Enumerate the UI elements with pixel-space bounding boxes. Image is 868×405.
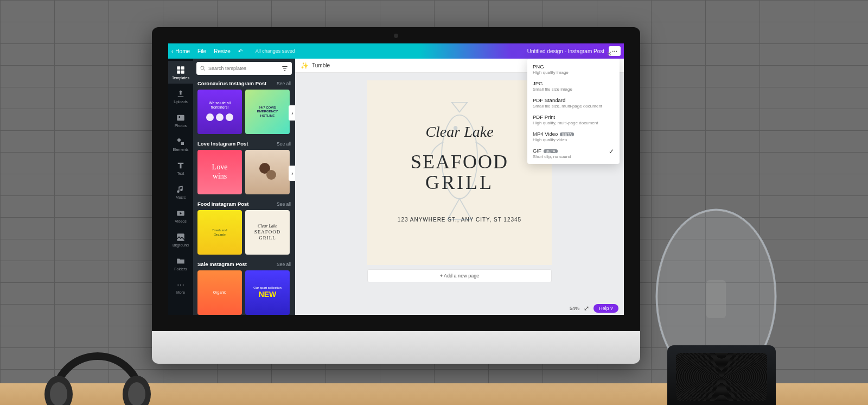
export-option-mp4[interactable]: MP4 VideoBETAHigh quality video <box>527 128 620 145</box>
left-rail: Templates Uploads Photos Elements Text <box>168 59 193 315</box>
music-icon <box>176 185 186 194</box>
svg-rect-3 <box>181 70 184 73</box>
category-title: Sale Instagram Post <box>197 261 247 267</box>
zoom-level[interactable]: 54% <box>570 306 579 311</box>
thumb-text: frontliners! <box>211 105 229 110</box>
export-sub: Short clip, no sound <box>533 154 571 159</box>
thumb-text: HOTLINE <box>260 114 275 118</box>
videos-icon <box>176 208 186 218</box>
rail-videos[interactable]: Videos <box>168 204 193 227</box>
template-row: Organic Our sport collection NEW <box>193 268 295 315</box>
background-icon <box>176 232 186 242</box>
rail-label: Folders <box>174 267 187 271</box>
svg-point-6 <box>177 138 181 142</box>
rail-uploads[interactable]: Uploads <box>168 85 193 107</box>
rail-templates[interactable]: Templates <box>168 61 193 84</box>
thumb-text: 24/7 COVID <box>259 106 276 110</box>
svg-rect-24 <box>706 280 726 318</box>
see-all-link[interactable]: See all <box>277 81 291 86</box>
imac-frame: ‹ Home File Resize ↶ All changes saved U… <box>152 27 640 364</box>
rail-label: Photos <box>175 124 187 128</box>
category-title: Love Instagram Post <box>197 141 248 147</box>
thumb-text: NEW <box>259 290 277 299</box>
search-input[interactable] <box>208 66 279 71</box>
export-option-png[interactable]: PNGHigh quality image <box>527 61 620 78</box>
rail-text[interactable]: Text <box>168 156 193 179</box>
export-option-pdf-standard[interactable]: PDF StandardSmall file size, multi-page … <box>527 94 620 111</box>
svg-point-5 <box>178 116 180 118</box>
canvas-footer: 54% ⤢ Help ? <box>570 304 618 313</box>
template-thumb[interactable]: Organic <box>197 270 242 315</box>
design-canvas[interactable]: Clear Lake SEAFOOD GRILL 123 ANYWHERE ST… <box>367 80 552 265</box>
rail-more[interactable]: ⋯ More <box>168 276 193 299</box>
next-templates-button[interactable]: › <box>289 166 295 181</box>
help-button[interactable]: Help ? <box>593 304 618 313</box>
topbar: ‹ Home File Resize ↶ All changes saved U… <box>168 43 624 59</box>
see-all-link[interactable]: See all <box>277 201 291 207</box>
export-sub: High quality image <box>533 70 569 75</box>
export-option-jpg[interactable]: JPGSmall file size image <box>527 78 620 94</box>
resize-button[interactable]: Resize <box>214 48 231 54</box>
svg-rect-1 <box>181 66 184 69</box>
template-thumb[interactable] <box>245 150 290 194</box>
see-all-link[interactable]: See all <box>277 141 291 147</box>
see-all-link[interactable]: See all <box>277 262 291 267</box>
svg-rect-7 <box>181 142 184 144</box>
rail-folders[interactable]: Folders <box>168 252 193 275</box>
elements-icon <box>176 137 186 147</box>
screen: ‹ Home File Resize ↶ All changes saved U… <box>168 43 624 315</box>
template-thumb[interactable]: We salute all frontliners! <box>197 90 242 134</box>
speaker-prop <box>667 345 776 405</box>
svg-point-20 <box>50 382 67 405</box>
template-row: Love wins › <box>193 148 295 199</box>
template-thumb[interactable]: Fresh and Organic <box>197 210 242 255</box>
animation-icon: ✨ <box>301 62 309 69</box>
close-dropdown-button[interactable]: ✕ <box>607 50 612 58</box>
export-title: GIFBETA <box>533 148 571 154</box>
webcam-dot <box>394 34 398 38</box>
rail-label: Text <box>177 172 184 175</box>
thumb-text: Organic <box>214 232 226 237</box>
more-icon: ⋯ <box>177 281 184 289</box>
next-templates-button[interactable]: › <box>289 105 295 121</box>
rail-background[interactable]: Bkground <box>168 228 193 251</box>
export-sub: High quality video <box>533 137 574 142</box>
rail-elements[interactable]: Elements <box>168 132 193 155</box>
thumb-text: GRILL <box>259 235 276 241</box>
search-input-wrap[interactable] <box>196 62 292 75</box>
template-thumb[interactable]: Love wins <box>197 150 242 194</box>
thumb-text: Clear Lake <box>258 224 277 229</box>
home-label: Home <box>175 48 190 54</box>
home-button[interactable]: ‹ Home <box>171 48 190 54</box>
rail-label: Videos <box>175 219 186 223</box>
rail-music[interactable]: Music <box>168 180 193 203</box>
undo-button[interactable]: ↶ <box>238 48 242 54</box>
templates-icon <box>176 65 186 75</box>
export-option-pdf-print[interactable]: PDF PrintHigh quality, multi-page docume… <box>527 111 620 128</box>
category-title: Coronavirus Instagram Post <box>197 80 266 86</box>
rail-label: Uploads <box>174 100 188 104</box>
apple-logo-icon <box>388 338 404 354</box>
export-sub: High quality, multi-page document <box>533 121 598 125</box>
search-icon <box>200 65 206 72</box>
rail-label: Music <box>176 195 186 199</box>
svg-point-17 <box>454 126 457 130</box>
thumb-text: SEAFOOD <box>254 229 281 235</box>
template-row: Fresh and Organic Clear Lake SEAFOOD GRI… <box>193 208 295 259</box>
undo-icon: ↶ <box>238 48 242 54</box>
svg-rect-0 <box>177 66 180 69</box>
rail-photos[interactable]: Photos <box>168 109 193 131</box>
template-thumb[interactable]: Clear Lake SEAFOOD GRILL <box>245 210 290 255</box>
template-thumb[interactable]: 24/7 COVID EMERGENCY HOTLINE <box>245 90 290 134</box>
category-title: Food Instagram Post <box>197 201 248 207</box>
svg-rect-2 <box>177 70 180 73</box>
template-thumb[interactable]: Our sport collection NEW <box>245 270 290 315</box>
document-title[interactable]: Untitled design - Instagram Post <box>527 48 604 54</box>
svg-point-16 <box>442 115 477 198</box>
export-option-gif[interactable]: GIFBETAShort clip, no sound ✓ <box>527 145 620 162</box>
fullscreen-icon[interactable]: ⤢ <box>584 305 589 312</box>
fish-illustration-icon <box>427 102 492 222</box>
add-page-button[interactable]: + Add a new page <box>367 269 552 282</box>
filter-icon[interactable] <box>281 65 289 72</box>
file-button[interactable]: File <box>197 48 206 54</box>
